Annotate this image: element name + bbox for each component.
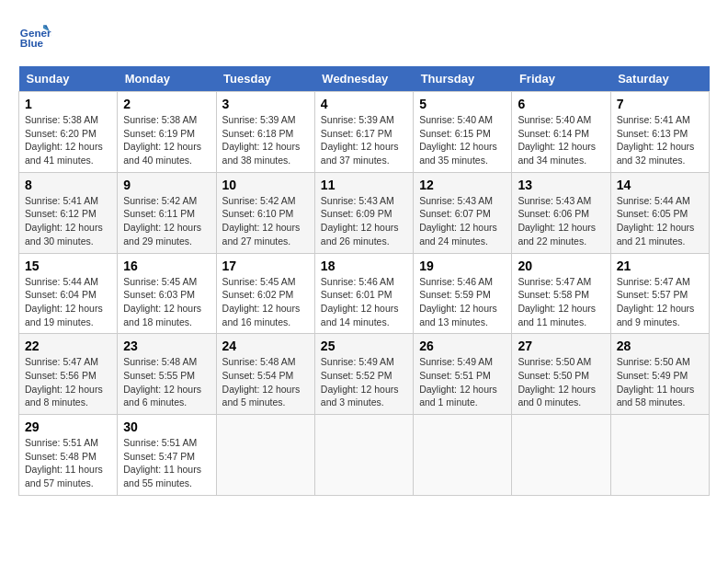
day-number: 13 [518, 178, 604, 192]
day-info: Sunrise: 5:45 AMSunset: 6:02 PMDaylight:… [222, 275, 309, 329]
calendar-week-3: 15 Sunrise: 5:44 AMSunset: 6:04 PMDaylig… [19, 253, 710, 334]
weekday-header-thursday: Thursday [414, 66, 512, 92]
calendar-cell: 28 Sunrise: 5:50 AMSunset: 5:49 PMDaylig… [610, 334, 709, 415]
day-number: 25 [321, 339, 407, 353]
calendar-cell: 22 Sunrise: 5:47 AMSunset: 5:56 PMDaylig… [19, 334, 118, 415]
day-info: Sunrise: 5:50 AMSunset: 5:50 PMDaylight:… [518, 355, 604, 409]
day-info: Sunrise: 5:38 AMSunset: 6:20 PMDaylight:… [25, 113, 111, 167]
calendar-cell: 1 Sunrise: 5:38 AMSunset: 6:20 PMDayligh… [19, 92, 118, 173]
day-info: Sunrise: 5:47 AMSunset: 5:57 PMDaylight:… [617, 275, 703, 329]
day-number: 7 [617, 97, 703, 111]
calendar-cell [414, 415, 512, 496]
day-number: 5 [419, 97, 506, 111]
day-number: 8 [25, 178, 111, 192]
calendar-week-4: 22 Sunrise: 5:47 AMSunset: 5:56 PMDaylig… [19, 334, 710, 415]
day-number: 18 [321, 259, 407, 273]
day-info: Sunrise: 5:43 AMSunset: 6:07 PMDaylight:… [419, 194, 506, 248]
day-info: Sunrise: 5:40 AMSunset: 6:15 PMDaylight:… [419, 113, 506, 167]
calendar-cell: 13 Sunrise: 5:43 AMSunset: 6:06 PMDaylig… [512, 172, 610, 253]
day-info: Sunrise: 5:48 AMSunset: 5:55 PMDaylight:… [123, 355, 210, 409]
calendar-cell: 6 Sunrise: 5:40 AMSunset: 6:14 PMDayligh… [512, 92, 610, 173]
calendar-week-2: 8 Sunrise: 5:41 AMSunset: 6:12 PMDayligh… [19, 172, 710, 253]
calendar-cell: 17 Sunrise: 5:45 AMSunset: 6:02 PMDaylig… [216, 253, 314, 334]
day-info: Sunrise: 5:41 AMSunset: 6:13 PMDaylight:… [617, 113, 703, 167]
weekday-header-monday: Monday [118, 66, 216, 92]
day-number: 28 [617, 339, 703, 353]
weekday-header-tuesday: Tuesday [216, 66, 314, 92]
day-number: 23 [123, 339, 210, 353]
calendar-cell: 29 Sunrise: 5:51 AMSunset: 5:48 PMDaylig… [19, 415, 118, 496]
day-number: 3 [222, 97, 309, 111]
day-number: 29 [25, 419, 111, 434]
day-info: Sunrise: 5:42 AMSunset: 6:11 PMDaylight:… [123, 194, 210, 248]
calendar-cell: 21 Sunrise: 5:47 AMSunset: 5:57 PMDaylig… [610, 253, 709, 334]
day-info: Sunrise: 5:39 AMSunset: 6:18 PMDaylight:… [222, 113, 309, 167]
day-info: Sunrise: 5:50 AMSunset: 5:49 PMDaylight:… [617, 355, 703, 409]
calendar-table: SundayMondayTuesdayWednesdayThursdayFrid… [18, 66, 710, 496]
day-info: Sunrise: 5:44 AMSunset: 6:05 PMDaylight:… [617, 194, 703, 248]
calendar-body: 1 Sunrise: 5:38 AMSunset: 6:20 PMDayligh… [19, 92, 710, 496]
logo-icon: General Blue [18, 18, 51, 52]
calendar-week-1: 1 Sunrise: 5:38 AMSunset: 6:20 PMDayligh… [19, 92, 710, 173]
day-number: 1 [25, 97, 111, 111]
day-number: 26 [419, 339, 506, 353]
logo: General Blue [18, 18, 51, 52]
weekday-header-sunday: Sunday [19, 66, 118, 92]
weekday-header-wednesday: Wednesday [314, 66, 413, 92]
calendar-cell: 25 Sunrise: 5:49 AMSunset: 5:52 PMDaylig… [314, 334, 413, 415]
day-info: Sunrise: 5:44 AMSunset: 6:04 PMDaylight:… [25, 275, 111, 329]
day-number: 14 [617, 178, 703, 192]
day-info: Sunrise: 5:49 AMSunset: 5:52 PMDaylight:… [321, 355, 407, 409]
calendar-cell: 24 Sunrise: 5:48 AMSunset: 5:54 PMDaylig… [216, 334, 314, 415]
day-number: 21 [617, 259, 703, 273]
day-info: Sunrise: 5:46 AMSunset: 6:01 PMDaylight:… [321, 275, 407, 329]
day-number: 22 [25, 339, 111, 353]
calendar-cell: 12 Sunrise: 5:43 AMSunset: 6:07 PMDaylig… [414, 172, 512, 253]
calendar-cell: 2 Sunrise: 5:38 AMSunset: 6:19 PMDayligh… [118, 92, 216, 173]
calendar-cell: 14 Sunrise: 5:44 AMSunset: 6:05 PMDaylig… [610, 172, 709, 253]
calendar-cell [216, 415, 314, 496]
weekday-header-friday: Friday [512, 66, 610, 92]
day-info: Sunrise: 5:39 AMSunset: 6:17 PMDaylight:… [321, 113, 407, 167]
calendar-cell: 20 Sunrise: 5:47 AMSunset: 5:58 PMDaylig… [512, 253, 610, 334]
day-number: 4 [321, 97, 407, 111]
calendar-cell: 4 Sunrise: 5:39 AMSunset: 6:17 PMDayligh… [314, 92, 413, 173]
day-info: Sunrise: 5:46 AMSunset: 5:59 PMDaylight:… [419, 275, 506, 329]
day-info: Sunrise: 5:38 AMSunset: 6:19 PMDaylight:… [123, 113, 210, 167]
calendar-cell [314, 415, 413, 496]
day-number: 27 [518, 339, 604, 353]
calendar-cell: 30 Sunrise: 5:51 AMSunset: 5:47 PMDaylig… [118, 415, 216, 496]
calendar-cell: 10 Sunrise: 5:42 AMSunset: 6:10 PMDaylig… [216, 172, 314, 253]
day-info: Sunrise: 5:51 AMSunset: 5:48 PMDaylight:… [25, 436, 111, 490]
calendar-week-5: 29 Sunrise: 5:51 AMSunset: 5:48 PMDaylig… [19, 415, 710, 496]
day-info: Sunrise: 5:47 AMSunset: 5:56 PMDaylight:… [25, 355, 111, 409]
day-number: 2 [123, 97, 210, 111]
day-info: Sunrise: 5:43 AMSunset: 6:09 PMDaylight:… [321, 194, 407, 248]
weekday-header-saturday: Saturday [610, 66, 709, 92]
calendar-cell: 11 Sunrise: 5:43 AMSunset: 6:09 PMDaylig… [314, 172, 413, 253]
calendar-cell: 27 Sunrise: 5:50 AMSunset: 5:50 PMDaylig… [512, 334, 610, 415]
calendar-cell: 5 Sunrise: 5:40 AMSunset: 6:15 PMDayligh… [414, 92, 512, 173]
day-number: 11 [321, 178, 407, 192]
day-info: Sunrise: 5:40 AMSunset: 6:14 PMDaylight:… [518, 113, 604, 167]
day-number: 30 [123, 419, 210, 434]
day-info: Sunrise: 5:48 AMSunset: 5:54 PMDaylight:… [222, 355, 309, 409]
day-number: 10 [222, 178, 309, 192]
day-info: Sunrise: 5:45 AMSunset: 6:03 PMDaylight:… [123, 275, 210, 329]
day-number: 19 [419, 259, 506, 273]
calendar-cell: 8 Sunrise: 5:41 AMSunset: 6:12 PMDayligh… [19, 172, 118, 253]
calendar-cell [512, 415, 610, 496]
day-info: Sunrise: 5:41 AMSunset: 6:12 PMDaylight:… [25, 194, 111, 248]
calendar-cell: 7 Sunrise: 5:41 AMSunset: 6:13 PMDayligh… [610, 92, 709, 173]
calendar-cell: 18 Sunrise: 5:46 AMSunset: 6:01 PMDaylig… [314, 253, 413, 334]
calendar-header: SundayMondayTuesdayWednesdayThursdayFrid… [19, 66, 710, 92]
day-number: 12 [419, 178, 506, 192]
weekday-header-row: SundayMondayTuesdayWednesdayThursdayFrid… [19, 66, 710, 92]
calendar-cell: 16 Sunrise: 5:45 AMSunset: 6:03 PMDaylig… [118, 253, 216, 334]
day-number: 20 [518, 259, 604, 273]
day-number: 24 [222, 339, 309, 353]
day-info: Sunrise: 5:47 AMSunset: 5:58 PMDaylight:… [518, 275, 604, 329]
day-number: 9 [123, 178, 210, 192]
svg-text:Blue: Blue [20, 37, 44, 49]
day-info: Sunrise: 5:43 AMSunset: 6:06 PMDaylight:… [518, 194, 604, 248]
